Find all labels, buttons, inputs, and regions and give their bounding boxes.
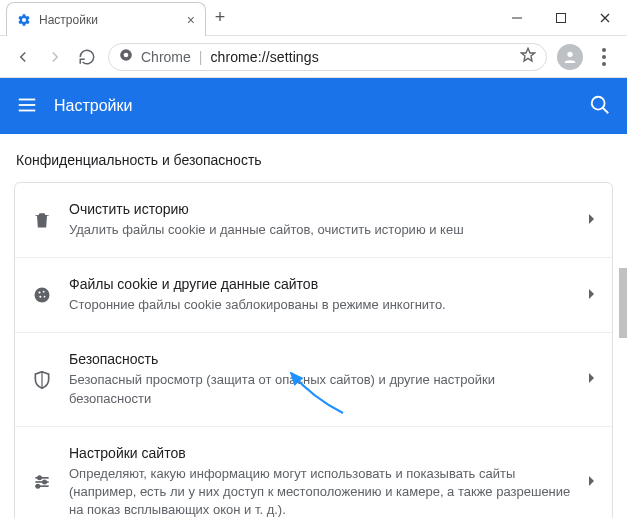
svg-point-15 bbox=[39, 296, 41, 298]
section-heading: Конфиденциальность и безопасность bbox=[0, 134, 627, 182]
scrollbar-thumb[interactable] bbox=[619, 268, 627, 338]
shield-icon bbox=[31, 369, 53, 391]
trash-icon bbox=[31, 209, 53, 231]
row-security[interactable]: Безопасность Безопасный просмотр (защита… bbox=[15, 333, 612, 426]
window-titlebar: Настройки × + bbox=[0, 0, 627, 36]
url-text: chrome://settings bbox=[210, 49, 512, 65]
row-title: Настройки сайтов bbox=[69, 445, 572, 461]
forward-button[interactable] bbox=[44, 46, 66, 68]
row-title: Безопасность bbox=[69, 351, 572, 367]
svg-point-20 bbox=[43, 480, 46, 483]
menu-icon[interactable] bbox=[16, 94, 38, 119]
tab-title: Настройки bbox=[39, 13, 179, 27]
svg-point-18 bbox=[38, 476, 41, 479]
row-subtitle: Сторонние файлы cookie заблокированы в р… bbox=[69, 296, 572, 314]
svg-point-6 bbox=[567, 51, 572, 56]
chrome-product-icon bbox=[119, 48, 133, 65]
browser-toolbar: Chrome | chrome://settings bbox=[0, 36, 627, 78]
cookie-icon bbox=[31, 284, 53, 306]
row-subtitle: Определяют, какую информацию могут испол… bbox=[69, 465, 572, 518]
chevron-right-icon bbox=[588, 475, 596, 490]
close-icon[interactable]: × bbox=[187, 13, 195, 27]
svg-rect-1 bbox=[557, 14, 566, 23]
chevron-right-icon bbox=[588, 288, 596, 303]
url-divider: | bbox=[199, 49, 203, 65]
minimize-button[interactable] bbox=[495, 0, 539, 36]
window-controls bbox=[495, 0, 627, 36]
chevron-right-icon bbox=[588, 372, 596, 387]
browser-menu-button[interactable] bbox=[593, 48, 615, 66]
svg-point-10 bbox=[592, 96, 605, 109]
appbar-title: Настройки bbox=[54, 97, 573, 115]
row-title: Очистить историю bbox=[69, 201, 572, 217]
chevron-right-icon bbox=[588, 213, 596, 228]
row-title: Файлы cookie и другие данные сайтов bbox=[69, 276, 572, 292]
row-clear-browsing-data[interactable]: Очистить историю Удалить файлы cookie и … bbox=[15, 183, 612, 258]
reload-button[interactable] bbox=[76, 46, 98, 68]
settings-appbar: Настройки bbox=[0, 78, 627, 134]
sliders-icon bbox=[31, 471, 53, 493]
browser-tab[interactable]: Настройки × bbox=[6, 2, 206, 36]
gear-icon bbox=[17, 13, 31, 27]
svg-line-11 bbox=[603, 107, 609, 113]
bookmark-star-icon[interactable] bbox=[520, 47, 536, 66]
row-cookies[interactable]: Файлы cookie и другие данные сайтов Стор… bbox=[15, 258, 612, 333]
svg-point-13 bbox=[38, 292, 40, 294]
url-prefix: Chrome bbox=[141, 49, 191, 65]
row-subtitle: Безопасный просмотр (защита от опасных с… bbox=[69, 371, 572, 407]
close-window-button[interactable] bbox=[583, 0, 627, 36]
profile-avatar[interactable] bbox=[557, 44, 583, 70]
search-icon[interactable] bbox=[589, 94, 611, 119]
svg-point-12 bbox=[35, 288, 50, 303]
address-bar[interactable]: Chrome | chrome://settings bbox=[108, 43, 547, 71]
svg-point-16 bbox=[44, 296, 46, 298]
back-button[interactable] bbox=[12, 46, 34, 68]
settings-content[interactable]: Конфиденциальность и безопасность Очисти… bbox=[0, 134, 627, 518]
privacy-card: Очистить историю Удалить файлы cookie и … bbox=[14, 182, 613, 518]
row-subtitle: Удалить файлы cookie и данные сайтов, оч… bbox=[69, 221, 572, 239]
svg-point-14 bbox=[43, 291, 45, 293]
maximize-button[interactable] bbox=[539, 0, 583, 36]
new-tab-button[interactable]: + bbox=[206, 0, 234, 35]
svg-point-5 bbox=[124, 53, 129, 58]
row-site-settings[interactable]: Настройки сайтов Определяют, какую инфор… bbox=[15, 427, 612, 518]
svg-point-22 bbox=[36, 485, 39, 488]
